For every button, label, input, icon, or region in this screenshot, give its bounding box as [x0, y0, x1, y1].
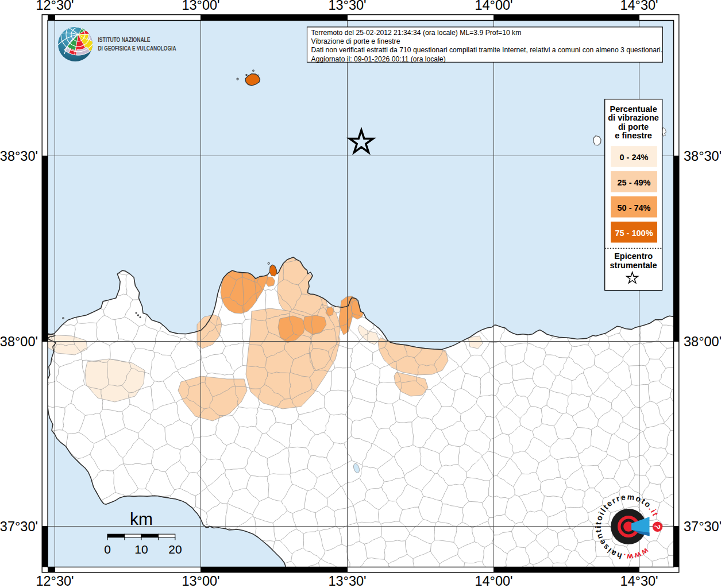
svg-text:14°30': 14°30' [620, 574, 658, 588]
svg-text:Percentuale: Percentuale [610, 105, 657, 114]
svg-text:strumentale: strumentale [610, 261, 657, 270]
svg-text:ISTITUTO NAZIONALE: ISTITUTO NAZIONALE [98, 36, 151, 43]
svg-text:37°30': 37°30' [684, 519, 721, 534]
svg-text:38°30': 38°30' [0, 149, 38, 164]
svg-text:0 - 24%: 0 - 24% [620, 153, 649, 162]
svg-text:37°30': 37°30' [0, 519, 38, 534]
svg-text:14°00': 14°00' [475, 574, 512, 588]
svg-text:13°30': 13°30' [328, 574, 366, 588]
svg-text:di porte: di porte [618, 122, 649, 131]
svg-text:DI GEOFISICA E VULCANOLOGIA: DI GEOFISICA E VULCANOLOGIA [98, 45, 176, 52]
svg-text:di vibrazione: di vibrazione [608, 113, 659, 122]
svg-text:e finestre: e finestre [615, 131, 651, 140]
svg-text:Dati non verificati estratti d: Dati non verificati estratti da 710 ques… [311, 46, 663, 54]
svg-text:13°00': 13°00' [182, 0, 219, 13]
svg-text:75 - 100%: 75 - 100% [615, 229, 653, 238]
svg-text:0: 0 [104, 543, 111, 556]
svg-text:Epicentro: Epicentro [614, 252, 653, 261]
svg-text:Vibrazione di porte e finestre: Vibrazione di porte e finestre [311, 37, 400, 45]
svg-text:Aggiornato il: 09-01-2026 00:1: Aggiornato il: 09-01-2026 00:11 (ora loc… [311, 55, 446, 63]
svg-text:12°30': 12°30' [36, 574, 74, 588]
svg-text:20: 20 [168, 543, 182, 556]
svg-text:25 - 49%: 25 - 49% [617, 178, 650, 187]
svg-text:38°30': 38°30' [684, 149, 721, 164]
svg-text:km: km [130, 509, 153, 528]
svg-text:13°00': 13°00' [182, 574, 219, 588]
svg-text:14°30': 14°30' [620, 0, 658, 13]
svg-text:50 - 74%: 50 - 74% [617, 203, 650, 212]
svg-text:12°30': 12°30' [36, 0, 74, 13]
svg-text:Terremoto del 25-02-2012 21:34: Terremoto del 25-02-2012 21:34:34 (ora l… [311, 29, 522, 37]
svg-text:38°00': 38°00' [0, 334, 38, 349]
svg-text:38°00': 38°00' [684, 334, 721, 349]
svg-text:13°30': 13°30' [328, 0, 366, 13]
svg-text:10: 10 [134, 543, 148, 556]
svg-text:14°00': 14°00' [475, 0, 512, 13]
